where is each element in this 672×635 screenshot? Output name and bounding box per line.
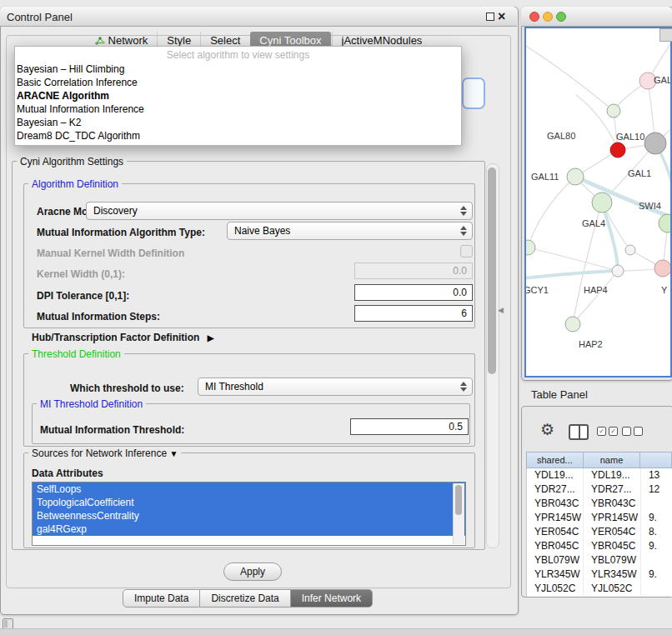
network-node[interactable] xyxy=(592,192,612,212)
chevron-right-icon: ▶ xyxy=(208,333,214,342)
list-item-selected[interactable]: TopologicalCoefficient xyxy=(33,496,465,509)
algorithm-option[interactable]: Mutual Information Inference xyxy=(15,102,461,116)
network-node[interactable] xyxy=(526,240,535,255)
column-header-partial[interactable] xyxy=(640,452,672,468)
cell: YLR345W xyxy=(584,568,641,582)
table-row[interactable]: YER054C YER054C 8. xyxy=(527,525,672,539)
table-body: YDL19... YDL19... 13 YDR27... YDR27... 1… xyxy=(526,468,672,597)
list-scrollbar-thumb[interactable] xyxy=(455,485,462,515)
table-row[interactable]: YJL052C YJL052C xyxy=(527,582,672,596)
network-canvas[interactable]: GAL7 GAL80 GAL10 GAL11 GAL1 SWI4 GAL4 GC… xyxy=(524,27,672,378)
network-node[interactable] xyxy=(567,168,584,185)
network-node[interactable] xyxy=(565,317,580,332)
dpi-tolerance-field[interactable]: 0.0 xyxy=(354,284,473,301)
which-threshold-label: Which threshold to use: xyxy=(70,382,184,394)
network-window-titlebar[interactable] xyxy=(521,7,672,27)
network-node[interactable] xyxy=(659,214,670,232)
manual-kernel-checkbox[interactable] xyxy=(460,245,473,258)
node-label: SWI4 xyxy=(639,201,661,211)
network-node[interactable] xyxy=(612,265,624,277)
close-traffic-light[interactable] xyxy=(529,12,539,22)
tab-infer-network[interactable]: Infer Network xyxy=(291,589,373,608)
mi-steps-field[interactable]: 6 xyxy=(354,305,473,322)
node-label: HAP2 xyxy=(579,339,603,349)
mi-threshold-field[interactable]: 0.5 xyxy=(350,418,469,435)
network-graph: GAL7 GAL80 GAL10 GAL11 GAL1 SWI4 GAL4 GC… xyxy=(526,28,670,376)
cell: YPR145W xyxy=(527,511,584,525)
cell: 9. xyxy=(641,539,672,553)
network-node-red[interactable] xyxy=(610,142,625,158)
empty-box-icon xyxy=(634,427,643,436)
table-row[interactable]: YPR145W YPR145W 9. xyxy=(527,511,672,525)
mi-steps-label: Mutual Information Steps: xyxy=(37,311,160,322)
tab-label: Cyni Toolbox xyxy=(259,34,321,47)
algorithm-option-selected[interactable]: ARACNE Algorithm xyxy=(15,89,461,102)
gear-icon[interactable]: ⚙ xyxy=(540,420,554,439)
list-item-selected[interactable]: gal4RGexp xyxy=(33,522,465,536)
network-node[interactable] xyxy=(644,132,666,154)
node-label: GAL7 xyxy=(654,75,670,85)
dropdown-placeholder: Select algorithm to view settings xyxy=(15,48,461,62)
cell: YDR27... xyxy=(527,482,584,497)
list-scrollbar-track[interactable] xyxy=(453,483,464,544)
which-threshold-combo[interactable]: MI Threshold xyxy=(198,378,473,396)
close-icon[interactable]: × xyxy=(498,10,505,23)
table-row[interactable]: YDL19... YDL19... 13 xyxy=(527,468,672,482)
which-threshold-value: MI Threshold xyxy=(205,381,263,392)
settings-scrollbar-thumb[interactable] xyxy=(488,168,496,374)
tab-impute-data[interactable]: Impute Data xyxy=(123,589,200,608)
chevron-down-icon: ▼ xyxy=(169,449,178,458)
data-attributes-list: SelfLoops TopologicalCoefficient Between… xyxy=(32,482,466,546)
cell: YDL19... xyxy=(527,468,584,482)
mi-threshold-label: Mutual Information Threshold: xyxy=(40,424,184,436)
columns-icon[interactable] xyxy=(569,424,589,440)
column-header-shared-name[interactable]: shared... xyxy=(527,452,584,468)
float-icon[interactable] xyxy=(486,12,494,21)
aracne-mode-value: Discovery xyxy=(93,205,138,217)
hub-section-toggle[interactable]: Hub/Transcription Factor Definition ▶ xyxy=(32,332,213,343)
sources-group-toggle[interactable]: Sources for Network Inference ▼ xyxy=(28,448,181,459)
table-row[interactable]: YBR045C YBR045C 9. xyxy=(527,539,672,553)
combo-arrows-icon xyxy=(460,206,468,216)
node-label: GAL1 xyxy=(628,168,651,178)
clear-all-checkboxes-icon[interactable] xyxy=(622,427,643,436)
control-panel-titlebar[interactable]: Control Panel × xyxy=(0,7,517,27)
mi-type-combo[interactable]: Naive Bayes xyxy=(227,222,473,240)
sources-group-title: Sources for Network Inference xyxy=(32,448,167,459)
cell: YDL19... xyxy=(584,468,641,482)
algorithm-option[interactable]: Bayesian – Hill Climbing xyxy=(15,62,461,76)
threshold-definition-title: Threshold Definition xyxy=(28,348,124,360)
column-header-name[interactable]: name xyxy=(584,452,641,468)
zoom-traffic-light[interactable] xyxy=(556,12,566,22)
network-node[interactable] xyxy=(654,260,670,277)
list-item-selected[interactable]: BetweennessCentrality xyxy=(33,509,465,522)
panel-divider-arrow[interactable]: ◀ xyxy=(498,306,504,314)
algorithm-combo-fragment[interactable] xyxy=(462,78,485,109)
network-node[interactable] xyxy=(625,245,635,255)
kernel-width-field[interactable]: 0.0 xyxy=(354,262,473,279)
minimize-traffic-light[interactable] xyxy=(543,12,553,22)
node-label: GAL80 xyxy=(547,131,575,141)
algorithm-option[interactable]: Dream8 DC_TDC Algorithm xyxy=(15,129,461,142)
select-all-checkboxes-icon[interactable]: ✓ ✓ xyxy=(597,427,618,436)
tab-discretize-data[interactable]: Discretize Data xyxy=(200,589,290,608)
mi-type-label: Mutual Information Algorithm Type: xyxy=(37,227,205,238)
dpi-tolerance-label: DPI Tolerance [0,1]: xyxy=(37,290,129,302)
cell: YER054C xyxy=(527,525,584,539)
table-row[interactable]: YDR27... YDR27... 12 xyxy=(527,482,672,497)
tab-label: Select xyxy=(210,34,240,47)
table-row[interactable]: YBR043C YBR043C xyxy=(527,497,672,511)
canvas-scrollbar-fragment[interactable] xyxy=(659,28,672,42)
app-root: Control Panel × Network Style Select Cyn… xyxy=(0,0,672,635)
bottom-tabbar: Impute Data Discretize Data Infer Networ… xyxy=(123,589,373,608)
network-node[interactable] xyxy=(607,104,620,118)
aracne-mode-combo[interactable]: Discovery xyxy=(86,202,473,220)
algorithm-option[interactable]: Basic Correlation Inference xyxy=(15,76,461,89)
node-label: GAL10 xyxy=(616,132,644,142)
table-row[interactable]: YBL079W YBL079W xyxy=(527,553,672,568)
table-row[interactable]: YLR345W YLR345W 9. xyxy=(527,568,672,582)
tab-label: Style xyxy=(167,34,191,47)
algorithm-option[interactable]: Bayesian – K2 xyxy=(15,116,461,129)
list-item-selected[interactable]: SelfLoops xyxy=(33,482,465,496)
apply-button[interactable]: Apply xyxy=(223,562,282,581)
